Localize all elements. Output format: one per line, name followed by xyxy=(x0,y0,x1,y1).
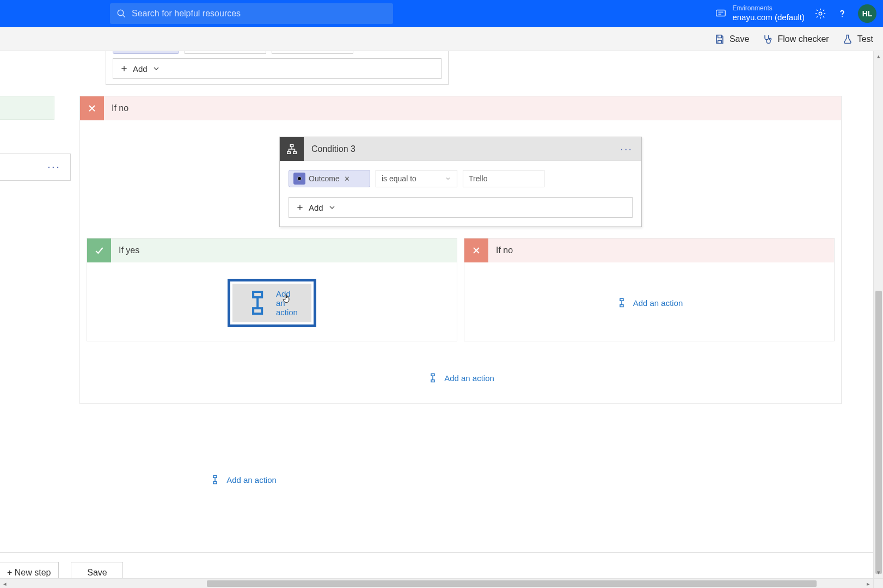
flask-icon xyxy=(842,34,853,45)
if-yes-branch: If yes Add an action xyxy=(87,238,457,341)
if-no-branch-inner: If no Add an action xyxy=(464,238,835,341)
chevron-down-icon xyxy=(328,203,336,212)
save-icon xyxy=(714,34,725,45)
add-action-highlighted[interactable]: Add an action xyxy=(228,279,317,327)
search-input[interactable] xyxy=(132,9,387,19)
pill-label: Outcome xyxy=(309,174,340,183)
plus-icon xyxy=(120,64,128,73)
scroll-thumb[interactable] xyxy=(875,291,882,574)
environment-picker[interactable]: Environments enayu.com (default) xyxy=(715,5,805,22)
remove-pill-icon[interactable]: ✕ xyxy=(344,175,350,183)
add-action-icon xyxy=(427,373,439,383)
operator-select[interactable]: is equal to xyxy=(185,51,266,54)
add-label: Add xyxy=(133,64,148,74)
new-step-label: + New step xyxy=(7,568,51,578)
check-icon xyxy=(87,238,111,262)
if-yes-header[interactable]: If yes xyxy=(87,238,457,262)
card-more-menu[interactable]: ··· xyxy=(620,143,641,155)
add-action-label: Add an action xyxy=(226,475,277,485)
scroll-corner xyxy=(873,578,883,588)
add-action-button[interactable]: Add an action xyxy=(201,470,284,489)
svg-rect-17 xyxy=(253,292,262,297)
svg-point-4 xyxy=(842,16,843,17)
svg-point-14 xyxy=(298,177,302,181)
vertical-scrollbar[interactable]: ▴ ▾ xyxy=(873,51,883,588)
test-button[interactable]: Test xyxy=(842,34,873,45)
flow-canvas[interactable]: Outcome ✕ is equal to Tweet Add xyxy=(0,51,883,588)
if-no-branch-outer: If no Condition 3 ··· xyxy=(79,96,842,404)
dynamic-content-pill[interactable]: Outcome ✕ xyxy=(113,51,179,54)
search-box[interactable] xyxy=(110,3,393,24)
svg-line-1 xyxy=(122,15,125,17)
cursor-hand-icon xyxy=(281,292,291,304)
cross-icon xyxy=(464,238,488,262)
if-no-title-inner: If no xyxy=(496,246,513,255)
svg-point-3 xyxy=(819,12,822,15)
add-action-icon xyxy=(616,298,628,308)
svg-rect-29 xyxy=(213,482,217,484)
add-action-label: Add an action xyxy=(633,298,683,308)
scroll-left-icon[interactable]: ◂ xyxy=(0,579,10,588)
help-icon[interactable] xyxy=(836,8,848,20)
svg-rect-18 xyxy=(253,308,262,314)
svg-rect-22 xyxy=(620,299,623,301)
add-condition-button[interactable]: Add xyxy=(289,197,633,218)
environment-value: enayu.com (default) xyxy=(732,13,805,22)
value-input[interactable]: Tweet xyxy=(272,51,353,54)
chevron-down-icon xyxy=(152,64,161,73)
condition-card-partial: Outcome ✕ is equal to Tweet Add xyxy=(106,51,449,85)
operator-select[interactable]: is equal to xyxy=(376,170,457,187)
svg-rect-13 xyxy=(293,151,297,154)
operator-value: is equal to xyxy=(382,174,416,183)
test-label: Test xyxy=(857,34,873,44)
value-text: Trello xyxy=(469,174,488,183)
if-yes-title: If yes xyxy=(119,246,139,255)
app-header: Environments enayu.com (default) HL xyxy=(0,0,883,27)
gear-icon[interactable] xyxy=(814,8,826,20)
save-label: Save xyxy=(729,34,749,44)
cross-icon xyxy=(80,96,104,120)
save-button[interactable]: Save xyxy=(714,34,749,45)
scroll-right-icon[interactable]: ▸ xyxy=(863,579,873,588)
editor-toolbar: Save Flow checker Test xyxy=(0,27,883,51)
svg-rect-25 xyxy=(431,374,434,376)
scroll-up-icon[interactable]: ▴ xyxy=(874,51,883,61)
flow-checker-label: Flow checker xyxy=(777,34,829,44)
avatar-initials: HL xyxy=(862,9,873,18)
svg-rect-11 xyxy=(290,144,293,146)
plus-icon xyxy=(296,203,304,212)
svg-rect-12 xyxy=(287,151,291,154)
search-icon xyxy=(116,9,126,19)
svg-rect-2 xyxy=(716,10,726,16)
add-condition-button[interactable]: Add xyxy=(113,58,442,79)
if-yes-header-fragment xyxy=(0,96,54,120)
add-action-icon xyxy=(244,290,271,316)
action-card-fragment[interactable]: ··· xyxy=(0,154,71,181)
horizontal-scrollbar[interactable]: ◂ ▸ xyxy=(0,578,873,588)
flow-checker-button[interactable]: Flow checker xyxy=(762,34,829,45)
scroll-down-icon[interactable]: ▾ xyxy=(874,567,883,577)
add-action-button[interactable]: Add an action xyxy=(419,369,502,387)
svg-point-5 xyxy=(770,38,771,40)
stethoscope-icon xyxy=(762,34,773,45)
add-action-button[interactable]: Add an action xyxy=(608,293,691,312)
avatar[interactable]: HL xyxy=(858,4,876,23)
svg-rect-28 xyxy=(213,476,217,478)
save-label-footer: Save xyxy=(87,568,107,578)
add-action-label: Add an action xyxy=(444,373,494,383)
add-action-icon xyxy=(209,475,221,485)
value-input[interactable]: Trello xyxy=(463,170,544,187)
condition-icon xyxy=(280,137,304,161)
svg-point-0 xyxy=(118,10,124,16)
condition-3-card: Condition 3 ··· Outcome ✕ is e xyxy=(279,137,642,227)
scroll-thumb[interactable] xyxy=(207,580,817,587)
environment-label: Environments xyxy=(732,5,805,13)
environment-icon xyxy=(715,8,727,20)
add-label: Add xyxy=(309,203,323,212)
svg-rect-23 xyxy=(620,305,623,307)
chevron-down-icon xyxy=(445,175,451,182)
dynamic-content-pill[interactable]: Outcome ✕ xyxy=(289,170,370,187)
if-no-header-inner[interactable]: If no xyxy=(464,238,834,262)
condition-3-title: Condition 3 xyxy=(311,144,355,154)
if-no-header[interactable]: If no xyxy=(80,96,841,120)
